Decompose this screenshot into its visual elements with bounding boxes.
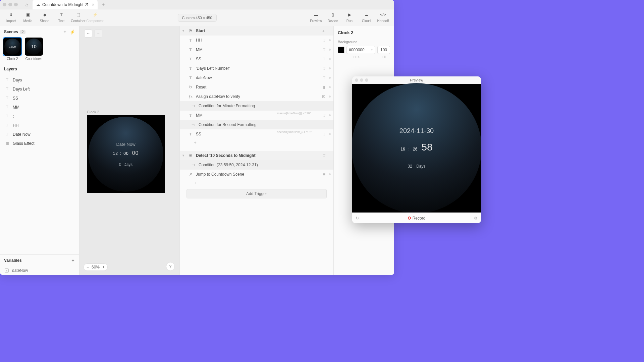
- condition-minute[interactable]: ⤙Condition for Minute Formatting: [180, 101, 333, 111]
- scenes-header: Scenes 2 ＋ ⚡: [0, 26, 79, 38]
- nav-back-button[interactable]: ←: [84, 29, 92, 38]
- trigger-header-detect[interactable]: ▼ ✳Detect '10 Seconds to Midnight' T: [180, 151, 333, 160]
- tab-bar: ⌂ ☁ Countdown to Midnight ⏱ × ＋: [0, 0, 394, 9]
- layer-type-icon: T: [5, 114, 9, 119]
- action-type-icon: ↗: [188, 172, 193, 177]
- preview-time: 16:26 58: [400, 141, 432, 153]
- layers-list: TDaysTDays LeftTSSTMMT:THHTDate Now▦Glas…: [0, 74, 79, 254]
- zoom-control[interactable]: − 60% +: [84, 263, 108, 271]
- action-type-icon: T: [188, 75, 193, 80]
- canvas-size-selector[interactable]: Custom 450 × 450: [177, 14, 216, 22]
- nav-forward-button[interactable]: →: [94, 29, 102, 38]
- layer-row[interactable]: ▦Glass Effect: [0, 139, 79, 148]
- preview-window: Preview 2024-11-30 16:26 58 32 Days ↻ Re…: [352, 76, 481, 223]
- record-button[interactable]: Record: [408, 216, 426, 221]
- add-action-button[interactable]: ＋: [321, 28, 325, 34]
- toolbar: ⬇︎Import ▣Media ◆Shape TText ⬚Container …: [0, 9, 394, 26]
- background-label: Background: [338, 40, 390, 44]
- variables-section: Variables ＋ x dateNow: [0, 254, 79, 275]
- layer-row[interactable]: T:: [0, 112, 79, 121]
- layer-row[interactable]: TMM: [0, 103, 79, 112]
- hex-input[interactable]: #000000⌖: [346, 46, 375, 54]
- cloud-icon: ☁: [36, 2, 40, 7]
- scenes-count: 2: [20, 30, 25, 34]
- handoff-button[interactable]: </>Handoff: [375, 9, 391, 26]
- inspector-title: Clock 2: [338, 30, 390, 35]
- layer-row[interactable]: THH: [0, 121, 79, 130]
- action-row[interactable]: THHT: [180, 36, 333, 45]
- text-button[interactable]: TText: [53, 9, 70, 26]
- layer-row[interactable]: TDate Now: [0, 130, 79, 139]
- component-button[interactable]: ⚡Component: [87, 9, 103, 26]
- add-trigger-button[interactable]: Add Trigger: [186, 189, 327, 198]
- document-tab[interactable]: ☁ Countdown to Midnight ⏱ ×: [33, 0, 98, 9]
- action-row[interactable]: TdateNowT: [180, 73, 333, 82]
- close-icon[interactable]: ×: [92, 2, 94, 7]
- background-row: #000000⌖ 100: [338, 46, 390, 54]
- layer-name: HH: [13, 123, 18, 128]
- action-right-icon: T: [323, 113, 325, 118]
- layer-name: Days: [13, 78, 22, 82]
- scene-thumb-clock2[interactable]: 12:00 Clock 2: [3, 38, 21, 61]
- preview-refresh-icon[interactable]: ↻: [356, 216, 359, 221]
- condition-second[interactable]: ⤙Condition for Second Formatting: [180, 120, 333, 129]
- shape-button[interactable]: ◆Shape: [36, 9, 53, 26]
- color-swatch[interactable]: [338, 47, 344, 53]
- add-action-start[interactable]: ＋: [180, 139, 333, 146]
- action-right-icon: T: [323, 57, 325, 62]
- cloud-button[interactable]: ☁Cloud: [358, 9, 375, 26]
- action-row[interactable]: TMMT: [180, 45, 333, 54]
- add-scene-button[interactable]: ＋: [63, 29, 67, 35]
- action-type-icon: ƒx: [188, 94, 193, 99]
- zoom-out-button[interactable]: −: [87, 265, 89, 269]
- fill-input[interactable]: 100: [377, 46, 390, 54]
- run-button[interactable]: ▶Run: [341, 9, 358, 26]
- canvas[interactable]: ← → Clock 2 Date Now 12:00 00 0 Days −: [79, 26, 179, 275]
- import-button[interactable]: ⬇︎Import: [3, 9, 19, 26]
- detect-condition[interactable]: ⤙Condition (23:59:50, 2024-12-31): [180, 160, 333, 170]
- eyedropper-icon[interactable]: ⌖: [371, 48, 373, 52]
- variable-row[interactable]: x dateNow: [0, 266, 79, 275]
- layer-row[interactable]: TDays: [0, 75, 79, 84]
- help-button[interactable]: ?: [166, 262, 175, 271]
- action-row[interactable]: ƒxAssign dateNow to verify⊠: [180, 92, 333, 101]
- home-icon[interactable]: ⌂: [23, 2, 31, 7]
- date-now-text: Date Now: [116, 142, 135, 147]
- action-row[interactable]: ↻Reset▮: [180, 82, 333, 92]
- trigger-header-start[interactable]: ▼ ⚑Start ＋: [180, 26, 333, 36]
- action-row[interactable]: ↗Jump to Countdown Scene■: [180, 170, 333, 179]
- layer-type-icon: T: [5, 86, 9, 92]
- scene-thumb-countdown[interactable]: 10 Countdown: [25, 38, 43, 61]
- action-label: MM: [196, 113, 203, 118]
- preview-settings-icon[interactable]: ⚙: [474, 216, 478, 221]
- device-button[interactable]: ▯Device: [324, 9, 341, 26]
- action-row[interactable]: TSST: [180, 54, 333, 64]
- layer-name: Days Left: [13, 87, 30, 92]
- media-button[interactable]: ▣Media: [19, 9, 36, 26]
- layer-row[interactable]: TSS: [0, 94, 79, 103]
- preview-button[interactable]: ▬Preview: [308, 9, 324, 26]
- action-row[interactable]: T'Days Left Number'T: [180, 64, 333, 73]
- add-action-detect[interactable]: ＋: [180, 179, 333, 186]
- layer-name: SS: [13, 96, 18, 101]
- container-button[interactable]: ⬚Container: [70, 9, 87, 26]
- action-row[interactable]: TMMT: [180, 111, 333, 120]
- preview-date: 2024-11-30: [399, 127, 434, 135]
- scene-bolt-button[interactable]: ⚡: [70, 29, 75, 35]
- layer-type-icon: T: [5, 132, 9, 137]
- add-tab-button[interactable]: ＋: [101, 2, 106, 8]
- layer-name: Date Now: [13, 132, 31, 137]
- add-variable-button[interactable]: ＋: [71, 257, 75, 263]
- action-right-icon: T: [323, 75, 325, 80]
- zoom-in-button[interactable]: +: [102, 265, 105, 269]
- preview-titlebar[interactable]: Preview: [352, 76, 481, 84]
- window-traffic-lights[interactable]: [3, 3, 18, 6]
- start-trigger-section: ▼ ⚑Start ＋ THHTTMMTTSSTT'Days Left Numbe…: [180, 26, 333, 146]
- app-window: ⌂ ☁ Countdown to Midnight ⏱ × ＋ ⬇︎Import…: [0, 0, 394, 275]
- preview-traffic-lights[interactable]: [355, 78, 368, 82]
- layer-type-icon: T: [5, 96, 9, 101]
- layer-row[interactable]: TDays Left: [0, 84, 79, 94]
- action-row[interactable]: TSST: [180, 129, 333, 139]
- preview-title: Preview: [410, 78, 423, 82]
- canvas-scene[interactable]: Date Now 12:00 00 0 Days: [87, 115, 165, 193]
